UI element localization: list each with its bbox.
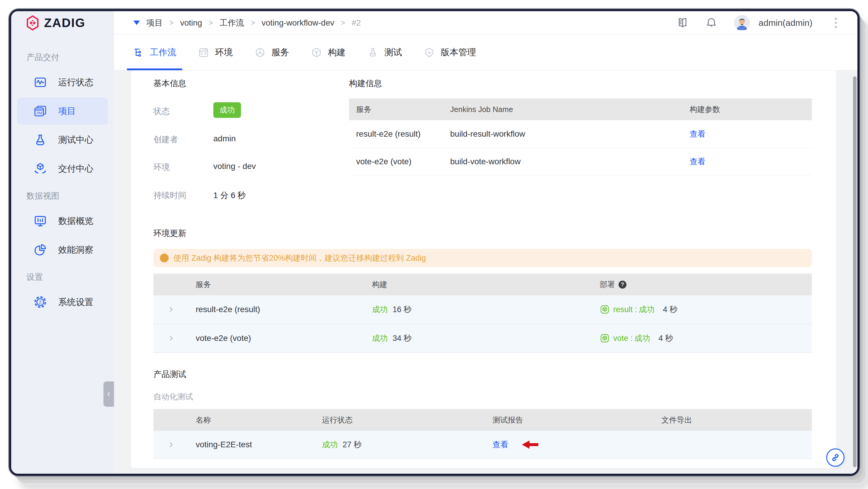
sidebar-section-delivery: 产品交付 xyxy=(11,45,114,69)
username[interactable]: admin(admin) xyxy=(759,18,812,28)
duration-value: 1 分 6 秒 xyxy=(213,190,246,201)
gear-icon: Z xyxy=(33,295,47,309)
tab-tests[interactable]: 测试 xyxy=(363,35,406,70)
workflow-detail-card: 基本信息 状态 成功 创建者 admin 环境 voting - dev 持续时… xyxy=(131,70,836,468)
sidebar-item-system-settings[interactable]: Z 系统设置 xyxy=(17,288,108,316)
test-name: voting-E2E-test xyxy=(189,440,315,449)
monitor-chart-icon xyxy=(33,214,47,228)
notice-text: 使用 Zadig 构建将为您节省20%构建时间，建议您迁移构建过程到 Zadig xyxy=(174,253,426,263)
view-test-report-link[interactable]: 查看 xyxy=(493,439,508,450)
annotation-arrow xyxy=(522,440,538,449)
breadcrumb-item-projects[interactable]: 项目 xyxy=(146,17,163,29)
sidebar-item-delivery-center[interactable]: 交付中心 xyxy=(17,155,108,182)
breadcrumb-separator: > xyxy=(251,18,255,27)
tab-version-management[interactable]: 版本管理 xyxy=(420,35,480,70)
build-time: 16 秒 xyxy=(393,304,412,315)
deploy-target: result : xyxy=(613,305,637,314)
brand-name: ZADIG xyxy=(44,16,86,30)
sidebar-item-label: 数据概览 xyxy=(58,215,93,227)
sidebar-item-projects[interactable]: PM 项目 xyxy=(17,98,108,125)
column-header: 名称 xyxy=(189,415,315,425)
product-test-table: 名称 运行状态 测试报告 文件导出 voting-E2E-test 成功 27 … xyxy=(153,409,812,459)
sidebar-collapse-handle[interactable] xyxy=(103,381,114,407)
expand-row-chevron[interactable] xyxy=(167,441,175,448)
service-name: result-e2e (result) xyxy=(189,305,365,314)
sidebar-item-data-overview[interactable]: 数据概览 xyxy=(17,208,108,235)
deploy-target: vote : xyxy=(613,334,632,343)
sidebar-item-label: 运行状态 xyxy=(58,77,93,88)
breadcrumb: 项目 > voting > 工作流 > voting-workflow-dev … xyxy=(114,11,361,34)
duration-label: 持续时间 xyxy=(153,190,186,201)
view-build-params-link[interactable]: 查看 xyxy=(690,129,706,139)
app-window: ZADIG 项目 > voting > 工作流 > voting-workflo… xyxy=(9,9,860,476)
breadcrumb-item-workflows[interactable]: 工作流 xyxy=(219,17,244,29)
user-avatar[interactable] xyxy=(734,15,750,31)
pie-chart-icon xyxy=(33,243,47,256)
column-header: 服务 xyxy=(349,104,443,115)
version-shield-icon xyxy=(424,47,435,58)
test-flask-icon xyxy=(367,47,378,58)
breadcrumb-item-project[interactable]: voting xyxy=(180,18,202,28)
status-badge: 成功 xyxy=(213,102,241,118)
status-label: 状态 xyxy=(153,106,170,117)
sidebar-item-running-status[interactable]: 运行状态 xyxy=(17,69,108,96)
column-header: Jenkins Job Name xyxy=(443,105,683,114)
notification-bell-icon[interactable] xyxy=(705,17,718,29)
chain-link-icon xyxy=(830,453,840,463)
test-time: 27 秒 xyxy=(343,439,362,450)
breadcrumb-separator: > xyxy=(169,18,174,27)
breadcrumb-dropdown-caret[interactable] xyxy=(133,21,140,25)
build-status: 成功 xyxy=(372,304,388,315)
table-row: vote-e2e (vote) 成功 34 秒 vote : 成功 xyxy=(153,324,812,353)
basic-info-title: 基本信息 xyxy=(153,78,186,89)
tab-builds[interactable]: 构建 xyxy=(307,35,350,70)
sidebar-item-test-center[interactable]: 测试中心 xyxy=(17,126,108,153)
tab-label: 环境 xyxy=(215,47,233,59)
breadcrumb-item-workflow[interactable]: voting-workflow-dev xyxy=(261,18,334,28)
monitor-pulse-icon xyxy=(33,75,47,89)
build-hexagon-icon xyxy=(311,47,322,58)
tab-workflow[interactable]: 工作流 xyxy=(129,35,180,70)
sidebar-item-insight[interactable]: 效能洞察 xyxy=(17,236,108,263)
test-status: 成功 xyxy=(322,439,338,450)
view-build-params-link[interactable]: 查看 xyxy=(690,156,706,167)
service-name: vote-e2e (vote) xyxy=(189,334,365,343)
env-update-title: 环境更新 xyxy=(153,228,186,239)
tab-label: 测试 xyxy=(384,47,402,59)
deploy-time: 4 秒 xyxy=(658,333,673,343)
sidebar-item-label: 交付中心 xyxy=(58,163,93,175)
breadcrumb-separator: > xyxy=(341,18,345,27)
tab-label: 工作流 xyxy=(150,47,176,59)
build-info-title: 构建信息 xyxy=(349,78,382,89)
env-browser-icon xyxy=(198,47,209,58)
expand-row-chevron[interactable] xyxy=(167,306,175,313)
share-link-button[interactable] xyxy=(826,449,844,467)
build-status: 成功 xyxy=(372,333,388,343)
delivery-box-icon xyxy=(33,162,47,176)
expand-row-chevron[interactable] xyxy=(167,335,175,342)
docs-icon[interactable] xyxy=(676,17,689,29)
breadcrumb-separator: > xyxy=(209,18,213,27)
tab-environment[interactable]: 环境 xyxy=(194,35,237,70)
tab-services[interactable]: 服务 xyxy=(250,35,293,70)
tab-label: 构建 xyxy=(328,47,346,59)
env-update-table-header: 服务 构建 部署 ? xyxy=(153,274,812,295)
vertical-scrollbar-thumb[interactable] xyxy=(853,77,857,467)
build-info-table: 服务 Jenkins Job Name 构建参数 result-e2e (res… xyxy=(349,98,812,176)
env-label: 环境 xyxy=(153,162,170,173)
more-menu-icon[interactable] xyxy=(833,16,839,30)
table-row: voting-E2E-test 成功 27 秒 查看 xyxy=(153,431,812,459)
deploy-cube-icon xyxy=(600,333,610,343)
sidebar-section-settings: 设置 xyxy=(11,265,114,288)
logo: ZADIG xyxy=(11,11,114,34)
column-header: 测试报告 xyxy=(486,415,654,425)
env-value: voting - dev xyxy=(213,162,256,171)
sidebar-item-label: 系统设置 xyxy=(58,296,93,308)
breadcrumb-item-task-number: #2 xyxy=(352,18,361,28)
flask-icon xyxy=(33,133,47,147)
build-info-table-header: 服务 Jenkins Job Name 构建参数 xyxy=(349,98,812,120)
column-header: 构建参数 xyxy=(683,104,812,115)
workflow-icon xyxy=(133,47,144,58)
tab-label: 版本管理 xyxy=(441,47,476,59)
deploy-help-icon[interactable]: ? xyxy=(619,281,626,288)
